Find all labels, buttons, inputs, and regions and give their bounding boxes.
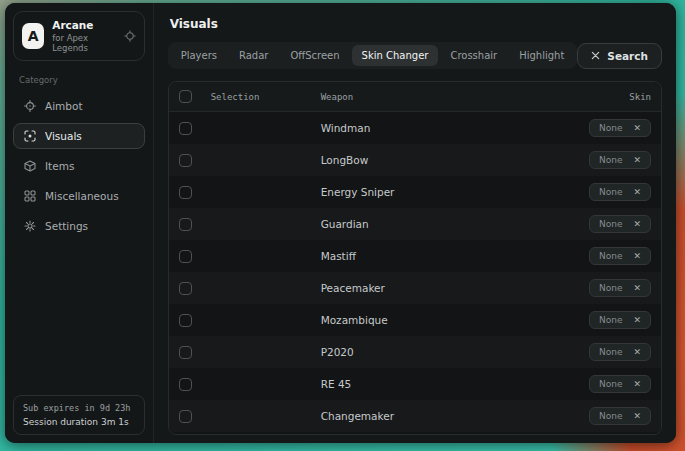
weapon-name: Mozambique (321, 314, 531, 326)
close-icon[interactable]: ✕ (633, 156, 641, 165)
crosshair-icon (24, 100, 36, 112)
tab-bar: Players Radar OffScreen Skin Changer (168, 42, 578, 69)
close-icon[interactable]: ✕ (633, 252, 641, 261)
close-icon[interactable]: ✕ (633, 124, 641, 133)
tab[interactable]: Skin Changer (352, 45, 439, 66)
weapon-name: Energy Sniper (321, 186, 531, 198)
table-header: Selection Weapon Skin (169, 82, 661, 112)
close-icon[interactable]: ✕ (633, 380, 641, 389)
table-row: Mastiff None ✕ (169, 240, 661, 272)
sidebar-item-settings[interactable]: Settings (13, 213, 145, 239)
table-row: Energy Sniper None ✕ (169, 176, 661, 208)
table-row: P2020 None ✕ (169, 336, 661, 368)
skin-value: None (599, 251, 622, 261)
tab-label: Crosshair (450, 50, 497, 61)
skin-select-badge[interactable]: None ✕ (589, 183, 651, 201)
weapon-name: Windman (321, 122, 531, 134)
skin-select-badge[interactable]: None ✕ (589, 279, 651, 297)
tab[interactable]: Crosshair (440, 45, 507, 66)
skin-value: None (599, 219, 622, 229)
row-checkbox[interactable] (179, 346, 192, 359)
sub-expires-text: Sub expires in 9d 23h (23, 403, 135, 413)
skin-select-badge[interactable]: None ✕ (589, 407, 651, 425)
skin-select-badge[interactable]: None ✕ (589, 247, 651, 265)
subscription-status-card: Sub expires in 9d 23h Session duration 3… (13, 395, 145, 435)
row-checkbox[interactable] (179, 186, 192, 199)
tab[interactable]: Highlight (509, 45, 574, 66)
sidebar-item-miscellaneous[interactable]: Miscellaneous (13, 183, 145, 209)
skin-select-badge[interactable]: None ✕ (589, 343, 651, 361)
skin-value: None (599, 283, 622, 293)
skin-select-badge[interactable]: None ✕ (589, 119, 651, 137)
app-logo: A (22, 23, 44, 49)
close-icon[interactable]: ✕ (633, 284, 641, 293)
weapon-name: Changemaker (321, 410, 531, 422)
row-checkbox[interactable] (179, 378, 192, 391)
scan-icon (24, 130, 36, 142)
tab-label: OffScreen (290, 50, 339, 61)
sidebar-item-label: Settings (45, 220, 88, 232)
row-checkbox[interactable] (179, 314, 192, 327)
skin-select-badge[interactable]: None ✕ (589, 215, 651, 233)
row-checkbox[interactable] (179, 282, 192, 295)
tab[interactable]: Players (171, 45, 227, 66)
select-all-checkbox[interactable] (179, 90, 192, 103)
search-button-label: Search (607, 50, 648, 62)
table-row: Changemaker None ✕ (169, 400, 661, 432)
row-checkbox[interactable] (179, 250, 192, 263)
page-title: Visuals (170, 17, 662, 31)
target-icon[interactable] (124, 30, 136, 42)
skin-value: None (599, 123, 622, 133)
skin-value: None (599, 379, 622, 389)
close-icon[interactable]: ✕ (633, 220, 641, 229)
row-checkbox[interactable] (179, 154, 192, 167)
close-icon[interactable]: ✕ (633, 412, 641, 421)
column-header-selection: Selection (211, 92, 321, 102)
search-button[interactable]: Search (577, 43, 662, 69)
skin-value: None (599, 187, 622, 197)
tab[interactable]: Radar (229, 45, 278, 66)
grid-icon (24, 190, 36, 202)
tab-label: Skin Changer (362, 50, 429, 61)
sidebar-item-label: Visuals (45, 130, 82, 142)
x-icon (591, 51, 600, 60)
row-checkbox[interactable] (179, 410, 192, 423)
row-checkbox[interactable] (179, 218, 192, 231)
app-subtitle: for Apex Legends (52, 33, 115, 53)
table-row: Guardian None ✕ (169, 208, 661, 240)
close-icon[interactable]: ✕ (633, 188, 641, 197)
app-header-card: A Arcane for Apex Legends (13, 11, 145, 61)
app-name: Arcane (52, 19, 115, 31)
weapon-name: P2020 (321, 346, 531, 358)
weapon-name: RE 45 (321, 378, 531, 390)
sidebar-nav: Aimbot Visuals (13, 93, 145, 239)
sidebar-item-aimbot[interactable]: Aimbot (13, 93, 145, 119)
skin-select-badge[interactable]: None ✕ (589, 151, 651, 169)
tab-label: Radar (239, 50, 268, 61)
skin-select-badge[interactable]: None ✕ (589, 375, 651, 393)
sidebar: A Arcane for Apex Legends Category (5, 3, 154, 443)
row-checkbox[interactable] (179, 122, 192, 135)
table-row: Peacemaker None ✕ (169, 272, 661, 304)
category-label: Category (19, 75, 139, 85)
column-header-weapon: Weapon (321, 92, 531, 102)
close-icon[interactable]: ✕ (633, 316, 641, 325)
skin-value: None (599, 315, 622, 325)
column-header-skin: Skin (531, 92, 651, 102)
main-panel: Visuals Players Radar OffScreen (154, 3, 676, 443)
skin-value: None (599, 411, 622, 421)
skin-value: None (599, 155, 622, 165)
table-row: LongBow None ✕ (169, 144, 661, 176)
skin-select-badge[interactable]: None ✕ (589, 311, 651, 329)
table-row: Windman None ✕ (169, 112, 661, 144)
session-duration-text: Session duration 3m 1s (23, 417, 135, 427)
sidebar-item-label: Aimbot (45, 100, 83, 112)
weapon-name: Guardian (321, 218, 531, 230)
tab-label: Players (181, 50, 217, 61)
sidebar-item-items[interactable]: Items (13, 153, 145, 179)
sidebar-item-visuals[interactable]: Visuals (13, 123, 145, 149)
table-row: Mozambique None ✕ (169, 304, 661, 336)
sidebar-item-label: Items (45, 160, 74, 172)
tab[interactable]: OffScreen (280, 45, 349, 66)
close-icon[interactable]: ✕ (633, 348, 641, 357)
